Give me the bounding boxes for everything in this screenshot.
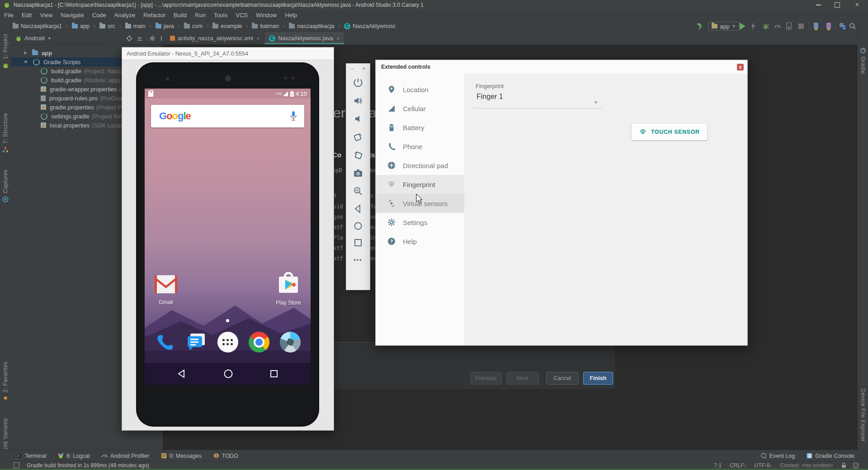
gmail-app-icon[interactable]: Gmail <box>153 275 179 306</box>
volume-up-icon[interactable] <box>353 96 363 106</box>
menu-help[interactable]: Help <box>281 12 301 19</box>
menu-window[interactable]: Window <box>252 12 281 19</box>
google-search-widget[interactable]: Google <box>151 105 304 127</box>
sidebar-item-phone[interactable]: Phone <box>376 137 464 156</box>
breadcrumb-naszaaplikacja[interactable]: naszaaplikacja <box>297 23 334 29</box>
zoom-icon[interactable] <box>353 186 363 196</box>
home-nav-icon[interactable] <box>223 369 233 379</box>
menu-analyze[interactable]: Analyze <box>110 12 139 19</box>
tab-messages[interactable]: 0: Messages <box>161 453 202 459</box>
settings-gear-icon[interactable] <box>149 35 156 42</box>
more-options-icon[interactable]: ••• <box>354 256 363 263</box>
project-structure-icon[interactable] <box>839 23 846 30</box>
back-nav-icon[interactable] <box>177 369 186 378</box>
screenshot-camera-icon[interactable] <box>353 168 363 178</box>
maximize-button[interactable] <box>835 2 840 8</box>
sidebar-item-fingerprint[interactable]: Fingerprint <box>376 175 464 194</box>
breadcrumb-java[interactable]: java <box>164 23 174 29</box>
overview-nav-icon[interactable] <box>270 370 278 378</box>
breadcrumb-app[interactable]: app <box>80 23 90 29</box>
tool-button-gradle[interactable]: Gradle <box>858 47 868 74</box>
sidebar-item-help[interactable]: ? Help <box>376 232 464 251</box>
emulator-screen[interactable]: LTE 4:10 Google Gmail <box>145 89 311 385</box>
chrome-app-icon[interactable] <box>249 332 269 352</box>
collapse-all-icon[interactable] <box>137 35 143 42</box>
breadcrumb-example[interactable]: example <box>221 23 242 29</box>
run-configuration-select[interactable]: app ▼ <box>708 22 740 31</box>
home-button-icon[interactable] <box>354 221 363 230</box>
menu-navigate[interactable]: Navigate <box>57 12 88 19</box>
close-tab-icon[interactable]: × <box>257 36 259 41</box>
emulator-toolbar-close[interactable]: × <box>362 66 365 72</box>
power-button-icon[interactable] <box>353 78 363 88</box>
attach-debugger-icon[interactable] <box>786 22 792 30</box>
previous-button[interactable]: Previous <box>470 372 502 385</box>
breadcrumb-project[interactable]: Naszaaplikacja1 <box>21 23 62 29</box>
encoding-indicator[interactable]: UTF-8↕ <box>755 462 772 469</box>
menu-build[interactable]: Build <box>170 12 191 19</box>
microphone-icon[interactable] <box>290 111 297 122</box>
sidebar-item-cellular[interactable]: Cellular <box>376 99 464 118</box>
menu-tools[interactable]: Tools <box>210 12 231 19</box>
search-everywhere-icon[interactable] <box>849 23 856 30</box>
finger-select-value[interactable]: Finger 1 <box>476 93 503 101</box>
sidebar-item-directional-pad[interactable]: Directional pad <box>376 156 464 175</box>
back-button-icon[interactable] <box>354 204 363 213</box>
rotate-left-icon[interactable] <box>353 132 363 142</box>
expand-arrow-icon[interactable] <box>24 51 27 55</box>
menu-refactor[interactable]: Refactor <box>139 12 170 19</box>
overview-button-icon[interactable] <box>354 239 362 247</box>
inspections-monitor-icon[interactable] <box>853 462 859 469</box>
build-hammer-icon[interactable] <box>697 23 704 30</box>
phone-app-icon[interactable] <box>155 332 175 352</box>
menu-code[interactable]: Code <box>88 12 110 19</box>
context-indicator[interactable]: Context: <no context> <box>780 462 833 469</box>
collapse-arrow-icon[interactable] <box>24 61 28 63</box>
apply-changes-lightning-icon[interactable] <box>750 23 756 30</box>
tool-button-project[interactable]: 1: Project <box>0 34 11 69</box>
camera-app-icon[interactable] <box>280 332 301 352</box>
rotate-right-icon[interactable] <box>353 150 363 160</box>
sidebar-item-settings[interactable]: Settings <box>376 213 464 232</box>
breadcrumb-src[interactable]: src <box>108 23 115 29</box>
line-ending-indicator[interactable]: CRLF↕ <box>730 462 746 469</box>
project-view-mode[interactable]: Android <box>24 35 45 42</box>
tab-gradle-console[interactable]: Gradle Console <box>807 453 854 459</box>
caret-position[interactable]: 7:1 <box>714 462 722 469</box>
tab-naszaaktywnosc-java[interactable]: C NaszaAktywnosc.java × <box>264 32 344 44</box>
close-button[interactable]: × <box>855 1 859 8</box>
locate-file-icon[interactable] <box>126 35 132 42</box>
messenger-app-icon[interactable] <box>186 332 207 352</box>
tool-button-captures[interactable]: Captures <box>0 169 11 202</box>
emulator-title-bar[interactable]: Android Emulator - Nexus_5_API_24_A7.0:5… <box>122 47 334 60</box>
lock-icon[interactable] <box>841 462 846 468</box>
tab-todo[interactable]: TODO <box>213 453 238 459</box>
toolwindow-toggle-icon[interactable] <box>14 462 19 468</box>
breadcrumb-batman[interactable]: batman <box>260 23 279 29</box>
next-button[interactable]: Next <box>506 372 539 385</box>
menu-file[interactable]: File <box>0 12 18 19</box>
breadcrumb-class[interactable]: NaszaAktywnosc <box>353 23 396 29</box>
tab-terminal[interactable]: Terminal <box>16 453 46 459</box>
sidebar-item-battery[interactable]: Battery <box>376 118 464 137</box>
sidebar-item-location[interactable]: Location <box>376 80 464 99</box>
touch-sensor-button[interactable]: TOUCH SENSOR <box>632 124 707 140</box>
dropdown-caret-icon[interactable]: ▼ <box>594 100 598 105</box>
profiler-gauge-icon[interactable] <box>774 23 781 30</box>
menu-vcs[interactable]: VCS <box>231 12 252 19</box>
debug-bug-icon[interactable] <box>762 23 769 30</box>
tab-activity-xml[interactable]: activity_nasza_aktywnosc.xml × <box>165 32 264 44</box>
emulator-window[interactable]: Android Emulator - Nexus_5_API_24_A7.0:5… <box>122 47 334 431</box>
play-store-app-icon[interactable]: Play Store <box>276 272 301 306</box>
breadcrumb-com[interactable]: com <box>192 23 203 29</box>
avd-manager-icon[interactable] <box>812 22 820 30</box>
finish-button[interactable]: Finish <box>583 372 613 385</box>
menu-run[interactable]: Run <box>191 12 210 19</box>
app-drawer-button[interactable] <box>217 332 238 352</box>
tab-event-log[interactable]: Event Log <box>760 453 795 459</box>
tab-logcat[interactable]: 6: Logcat <box>58 453 90 459</box>
tool-button-device-file-explorer[interactable]: Device File Explorer <box>858 389 868 442</box>
volume-down-icon[interactable] <box>353 114 363 124</box>
breadcrumb-main[interactable]: main <box>133 23 146 29</box>
tool-button-favorites[interactable]: 2: Favorites ★ <box>0 362 11 401</box>
